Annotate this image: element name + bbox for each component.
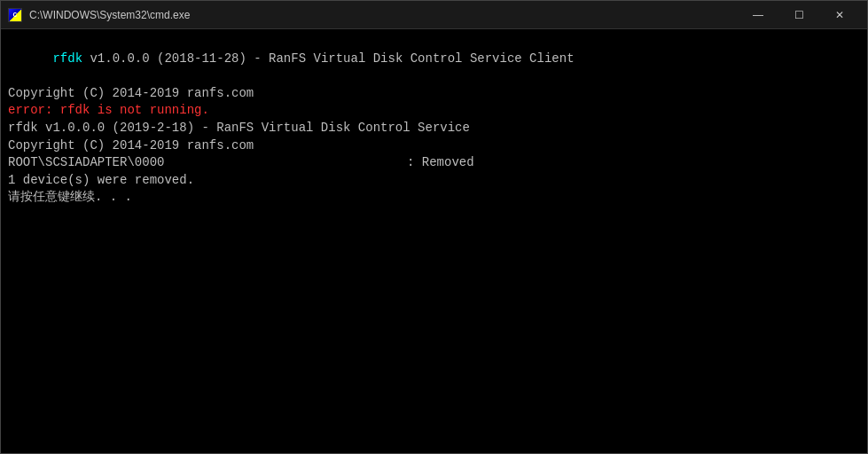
title-bar: C C:\WINDOWS\System32\cmd.exe — ☐ ✕ <box>1 1 867 29</box>
console-line-7: 1 device(s) were removed. <box>8 172 860 190</box>
console-line-5: Copyright (C) 2014-2019 ranfs.com <box>8 137 860 155</box>
cmd-icon-graphic: C <box>9 9 21 21</box>
maximize-button[interactable]: ☐ <box>778 1 819 29</box>
console-line-1: rfdk v1.0.0.0 (2018-11-28) - RanFS Virtu… <box>8 33 860 85</box>
console-line-8: 请按任意键继续. . . <box>8 189 860 207</box>
status-value: : Removed <box>407 154 474 172</box>
version-highlight: rfdk <box>52 51 90 66</box>
status-key: ROOT\SCSIADAPTER\0000 <box>8 154 407 172</box>
minimize-button[interactable]: — <box>738 1 778 29</box>
title-bar-controls: — ☐ ✕ <box>738 1 860 29</box>
cmd-window: C C:\WINDOWS\System32\cmd.exe — ☐ ✕ rfdk… <box>0 0 868 454</box>
close-button[interactable]: ✕ <box>819 1 860 29</box>
cmd-app-icon: C <box>8 8 22 22</box>
console-output: rfdk v1.0.0.0 (2018-11-28) - RanFS Virtu… <box>1 29 867 453</box>
console-line-3: error: rfdk is not running. <box>8 102 860 120</box>
window-title: C:\WINDOWS\System32\cmd.exe <box>29 9 190 21</box>
console-line-6: ROOT\SCSIADAPTER\0000 : Removed <box>8 154 860 172</box>
console-line-4: rfdk v1.0.0.0 (2019-2-18) - RanFS Virtua… <box>8 120 860 137</box>
console-line-2: Copyright (C) 2014-2019 ranfs.com <box>8 85 860 103</box>
title-bar-left: C C:\WINDOWS\System32\cmd.exe <box>8 8 190 22</box>
